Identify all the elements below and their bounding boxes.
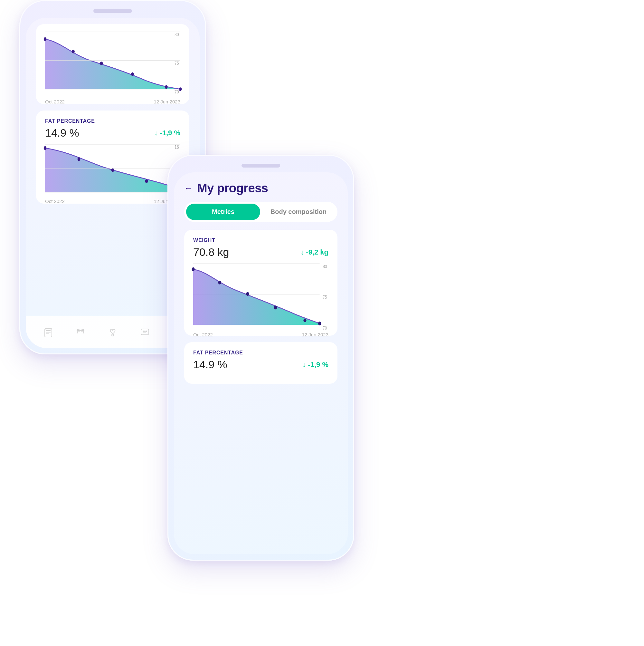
back-fat-change: ↓ -1,9 %	[154, 129, 180, 137]
phone-front-screen: ← My progress Metrics Body composition W…	[174, 173, 348, 554]
svg-point-51	[246, 292, 249, 296]
svg-point-16	[111, 168, 114, 172]
svg-text:80: 80	[323, 264, 327, 270]
back-weight-card: 80 75 70 Oct 2022 12 Jun 2023	[36, 24, 189, 104]
fat-label: FAT PERCENTAGE	[193, 350, 329, 356]
weight-value: 70.8 kg	[193, 246, 229, 258]
svg-text:75: 75	[323, 295, 327, 300]
svg-text:16: 16	[174, 144, 179, 150]
svg-text:70: 70	[323, 325, 327, 331]
weight-date-end: 12 Jun 2023	[302, 332, 329, 337]
phone-front: ← My progress Metrics Body composition W…	[167, 155, 354, 561]
svg-point-28	[45, 328, 47, 329]
page-title: My progress	[197, 182, 268, 195]
svg-point-3	[100, 62, 103, 65]
weight-change: ↓ -9,2 kg	[300, 248, 329, 256]
svg-point-4	[131, 73, 134, 76]
tab-metrics[interactable]: Metrics	[186, 204, 260, 220]
svg-point-14	[44, 146, 47, 150]
nav-chat-icon[interactable]	[137, 324, 153, 340]
back-fat-label: FAT PERCENTAGE	[45, 118, 180, 124]
back-weight-date-end: 12 Jun 2023	[154, 99, 180, 104]
back-fat-date-start: Oct 2022	[45, 199, 65, 204]
svg-point-1	[44, 37, 47, 41]
weight-date-start: Oct 2022	[193, 332, 213, 337]
svg-point-52	[274, 306, 277, 310]
back-button[interactable]: ←	[184, 183, 192, 193]
svg-point-36	[112, 334, 114, 336]
svg-point-41	[143, 331, 144, 332]
back-fat-value: 14.9 %	[45, 127, 79, 139]
svg-point-54	[318, 322, 321, 325]
svg-point-17	[145, 180, 148, 183]
svg-line-35	[84, 332, 84, 334]
weight-card: WEIGHT 70.8 kg ↓ -9,2 kg	[184, 230, 338, 336]
nav-diet-icon[interactable]	[40, 324, 56, 340]
svg-point-53	[303, 319, 306, 323]
tab-body-composition[interactable]: Body composition	[261, 204, 336, 220]
svg-point-5	[165, 85, 168, 89]
svg-rect-24	[45, 329, 52, 337]
svg-point-50	[218, 281, 221, 285]
svg-point-29	[50, 328, 52, 329]
page-header: ← My progress	[174, 173, 348, 202]
svg-text:80: 80	[174, 31, 179, 37]
svg-point-15	[78, 157, 81, 161]
nav-exercise-icon[interactable]	[73, 324, 89, 340]
tab-switcher: Metrics Body composition	[184, 202, 338, 222]
fat-value: 14.9 %	[193, 358, 227, 371]
nav-health-icon[interactable]	[105, 324, 121, 340]
svg-point-42	[144, 331, 146, 332]
svg-point-43	[146, 331, 147, 332]
svg-point-49	[191, 267, 195, 271]
svg-line-34	[77, 332, 78, 334]
weight-label: WEIGHT	[193, 237, 329, 243]
svg-point-2	[72, 50, 75, 53]
svg-text:70: 70	[174, 89, 179, 95]
svg-text:75: 75	[174, 60, 179, 66]
back-weight-date-start: Oct 2022	[45, 99, 65, 104]
back-fat-card: FAT PERCENTAGE 14.9 % ↓ -1,9 %	[36, 111, 189, 204]
fat-card: FAT PERCENTAGE 14.9 % ↓ -1,9 %	[184, 342, 338, 384]
fat-change: ↓ -1,9 %	[302, 360, 329, 369]
